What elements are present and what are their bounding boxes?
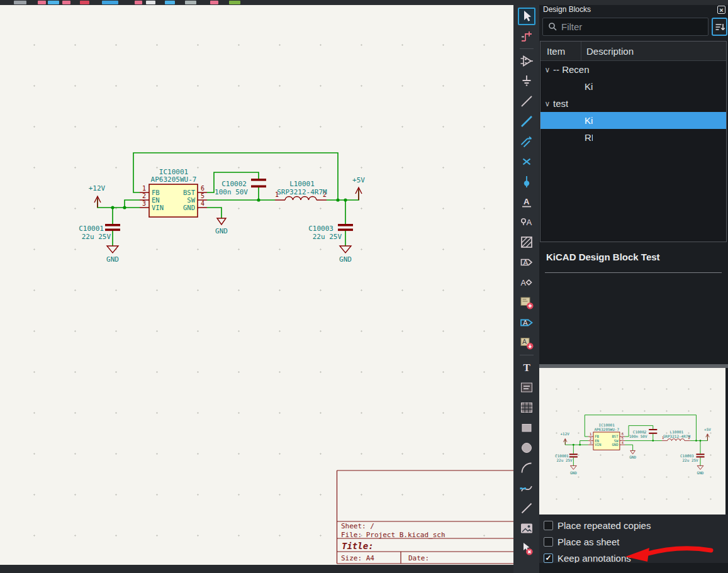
block-preview [539, 368, 725, 515]
select-tool[interactable] [518, 8, 535, 25]
design-blocks-tree[interactable]: Item Description ∨-- RecenKi∨testKiRF [540, 41, 727, 242]
close-icon[interactable]: × [717, 6, 725, 14]
net-label-tool[interactable]: A [518, 193, 535, 211]
rule-area-tool[interactable] [518, 233, 535, 251]
checkbox-label[interactable]: Place as sheet [557, 537, 619, 547]
tree-item-3[interactable]: Ki [540, 112, 726, 129]
bus-entry-tool[interactable] [518, 133, 535, 150]
checkbox-label[interactable]: Place repeated copies [557, 520, 651, 531]
checkbox-unchecked[interactable] [544, 537, 553, 547]
highlight-net-tool[interactable] [518, 28, 535, 45]
table-icon [519, 400, 534, 415]
column-description[interactable]: Description [581, 46, 634, 57]
place-power-port-tool[interactable] [518, 72, 535, 90]
svg-text:SRP3212-4R7M: SRP3212-4R7M [277, 188, 327, 196]
option-row-0: Place repeated copies [539, 517, 728, 533]
capacitor-c10001[interactable]: C10001 22u 25V GND [79, 224, 120, 264]
title-block[interactable]: Sheet: / File: Project B.kicad_sch Title… [337, 470, 514, 564]
circle-tool[interactable] [518, 439, 535, 457]
svg-text:A: A [522, 338, 527, 345]
svg-text:A: A [523, 259, 528, 266]
place-symbol-icon [519, 53, 534, 69]
design-blocks-panel: Design Blocks × Filter Item Description … [539, 0, 728, 573]
hierarchical-label-icon: A [519, 275, 534, 290]
svg-text:Size: A4: Size: A4 [341, 554, 374, 562]
draw-wire-icon [519, 94, 534, 109]
sort-icon [714, 21, 726, 33]
import-sheet-pin-icon: A [519, 335, 534, 350]
draw-bus-tool[interactable] [518, 113, 535, 130]
svg-text:GND: GND [183, 204, 195, 211]
schematic-canvas[interactable]: 1 2 3 6 5 4 FB EN VIN BST SW GND IC10001 [0, 5, 513, 565]
checkbox-unchecked[interactable] [544, 521, 553, 530]
line-tool[interactable] [518, 499, 535, 517]
draw-bus-icon [519, 114, 534, 129]
toolbar-separator [520, 355, 534, 355]
svg-text:A: A [520, 279, 526, 287]
schematic-circuit[interactable]: 1 2 3 6 5 4 FB EN VIN BST SW GND IC10001 [79, 153, 365, 264]
netclass-directive-tool[interactable]: A [518, 213, 535, 231]
checkbox-label[interactable]: Keep annotations [557, 553, 631, 564]
tree-item-label: Ki [585, 81, 593, 92]
power-5v-symbol[interactable]: +5V [352, 176, 365, 200]
toolbar-icon-fragment [14, 1, 26, 4]
image-tool[interactable] [518, 520, 535, 537]
netclass-directive-icon: A [519, 214, 534, 230]
place-sheet-tool[interactable] [518, 294, 535, 311]
ic-symbol[interactable]: 1 2 3 6 5 4 FB EN VIN BST SW GND IC10001 [140, 168, 207, 217]
draw-wire-tool[interactable] [518, 92, 535, 110]
junction-tool[interactable] [518, 173, 535, 191]
svg-text:Title:: Title: [342, 541, 374, 551]
svg-text:Sheet: /: Sheet: / [341, 522, 374, 530]
gnd-symbol-ic[interactable]: GND [215, 218, 228, 235]
text-tool[interactable]: T [518, 359, 535, 376]
delete-tool[interactable] [518, 540, 535, 557]
capacitor-c10003[interactable]: C10003 22u 25V GND [308, 224, 353, 264]
svg-text:1: 1 [142, 185, 146, 192]
text-icon: T [519, 360, 534, 375]
tree-group-2[interactable]: ∨test [540, 95, 726, 112]
toolbar-separator [520, 48, 534, 49]
bezier-icon [519, 481, 534, 496]
hierarchical-label-tool[interactable]: A [518, 274, 535, 291]
chevron-down-icon[interactable]: ∨ [543, 65, 552, 74]
toolbar-icon-fragment [146, 1, 155, 4]
tree-item-label: test [553, 98, 568, 109]
svg-text:GND: GND [339, 255, 352, 264]
checkbox-checked[interactable]: ✓ [544, 554, 553, 563]
svg-text:C10003: C10003 [308, 225, 333, 233]
toolbar-icon-fragment [80, 1, 89, 4]
tree-item-label: -- Recen [553, 64, 590, 75]
import-sheet-pin-tool[interactable]: A [518, 334, 535, 352]
global-label-tool[interactable]: A [518, 253, 535, 271]
bezier-tool[interactable] [518, 479, 535, 497]
svg-text:100n 50V: 100n 50V [215, 188, 248, 196]
line-icon [519, 501, 534, 516]
toolbar-icon-fragment [38, 1, 46, 4]
power-12v-symbol[interactable]: +12V [89, 184, 106, 208]
tree-group-0[interactable]: ∨-- Recen [540, 61, 726, 78]
svg-text:C10001: C10001 [79, 225, 104, 233]
rectangle-tool[interactable] [518, 419, 535, 437]
arc-tool[interactable] [518, 459, 535, 477]
column-item[interactable]: Item [540, 46, 581, 57]
svg-text:A: A [526, 218, 532, 227]
place-sheet-icon [519, 295, 534, 310]
table-tool[interactable] [518, 399, 535, 416]
tree-item-1[interactable]: Ki [540, 78, 726, 95]
filter-placeholder: Filter [561, 21, 582, 32]
no-connect-tool[interactable] [518, 153, 535, 170]
select-icon [519, 9, 534, 24]
chevron-down-icon[interactable]: ∨ [543, 99, 552, 108]
filter-input[interactable]: Filter [542, 18, 708, 36]
place-symbol-tool[interactable] [518, 52, 535, 70]
sheet-pin-tool[interactable]: A [518, 314, 535, 331]
textbox-tool[interactable] [518, 379, 535, 396]
tree-item-4[interactable]: RF [540, 129, 726, 146]
arc-icon [519, 460, 534, 476]
sort-button[interactable] [712, 18, 727, 36]
junction-icon [519, 174, 534, 189]
place-power-port-icon [519, 74, 534, 89]
svg-text:L10001: L10001 [289, 180, 315, 188]
inductor-l10001[interactable]: 1 2 L10001 SRP3212-4R7M [275, 180, 327, 200]
